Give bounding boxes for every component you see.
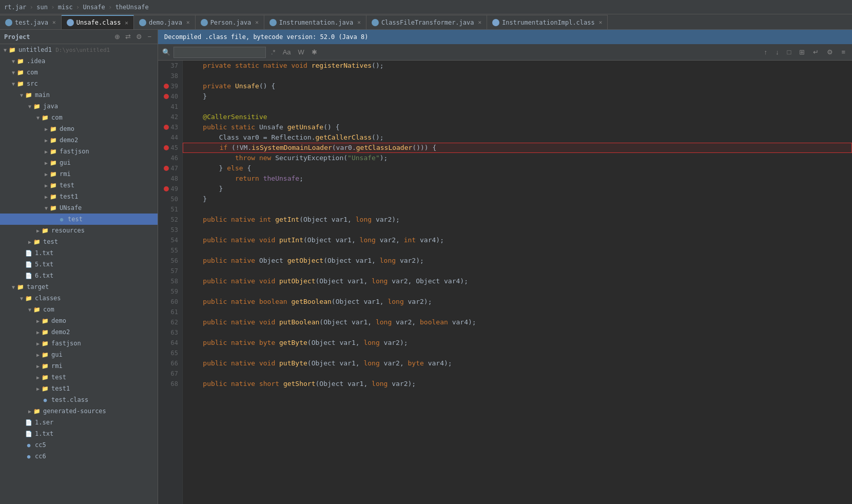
tree-item-com-classes[interactable]: ▼ 📁 com xyxy=(0,304,158,315)
tree-item-resources[interactable]: ▶ 📁 resources xyxy=(0,225,158,236)
title-jar: rt.jar xyxy=(4,4,26,11)
bp-area xyxy=(164,83,170,90)
tab-instrumentation-java[interactable]: Instrumentation.java ✕ xyxy=(264,15,366,29)
tree-item-generated-sources[interactable]: ▶ 📁 generated-sources xyxy=(0,405,158,417)
code-line-68: public native short getShort(Object var1… xyxy=(183,379,852,389)
ln-65: 65 xyxy=(158,348,182,358)
tree-item-idea[interactable]: ▼ 📁 .idea xyxy=(0,55,158,67)
tree-label: test xyxy=(43,238,58,245)
tree-item-test1[interactable]: ▶ 📁 test1 xyxy=(0,191,158,202)
asterisk-btn[interactable]: ✱ xyxy=(309,47,319,57)
word-btn[interactable]: W xyxy=(296,47,306,57)
folder-icon: 📁 xyxy=(41,362,49,370)
tree-item-main[interactable]: ▼ 📁 main xyxy=(0,89,158,101)
bp-area xyxy=(164,93,170,101)
tab-unsafe-class[interactable]: Unsafe.class ✕ xyxy=(62,15,134,29)
tree-label: demo2 xyxy=(51,328,70,336)
tree-arrow: ▶ xyxy=(27,409,33,414)
tree-item-src[interactable]: ▼ 📁 src xyxy=(0,78,158,89)
tab-close[interactable]: ✕ xyxy=(52,19,56,26)
settings-btn2[interactable]: ⚙ xyxy=(824,47,836,57)
folder-icon: 📁 xyxy=(49,125,57,133)
sidebar-split-btn[interactable]: ⇄ xyxy=(123,32,133,42)
code-editor[interactable]: 37 38 39 40 41 42 43 44 45 46 47 48 49 5… xyxy=(158,61,852,504)
tab-close[interactable]: ✕ xyxy=(186,19,190,26)
tab-close[interactable]: ✕ xyxy=(255,19,259,26)
tree-arrow: ▶ xyxy=(43,126,49,132)
tree-item-test1-target[interactable]: ▶ 📁 test1 xyxy=(0,383,158,394)
search-input[interactable] xyxy=(173,47,266,58)
next-btn[interactable]: ↓ xyxy=(773,47,782,57)
tree-item-com2[interactable]: ▼ 📁 com xyxy=(0,112,158,123)
bp-area xyxy=(164,124,170,131)
split-btn[interactable]: ⊞ xyxy=(797,47,807,57)
wrap-btn[interactable]: ↵ xyxy=(810,47,821,57)
tree-item-demo[interactable]: ▶ 📁 demo xyxy=(0,123,158,134)
ln-58: 58 xyxy=(158,276,182,286)
tree-item-untitled1[interactable]: ▼ 📁 untitled1 D:\yos\untitled1 xyxy=(0,44,158,55)
tree-item-demo2[interactable]: ▶ 📁 demo2 xyxy=(0,134,158,146)
tree-arrow: ▶ xyxy=(43,171,49,177)
tree-item-test-target[interactable]: ▶ 📁 test xyxy=(0,372,158,383)
filter-btn[interactable]: ≡ xyxy=(839,47,848,57)
tree-item-1txt[interactable]: 📄 1.txt xyxy=(0,247,158,259)
tree-item-5txt[interactable]: 📄 5.txt xyxy=(0,259,158,270)
sidebar-toolbar: ⊕ ⇄ ⚙ − xyxy=(112,32,153,42)
tree-item-unsafe[interactable]: ▼ 📁 UNsafe xyxy=(0,202,158,214)
tree-label: target xyxy=(27,283,49,290)
tab-instrumentationimpl-class[interactable]: InstrumentationImpl.class ✕ xyxy=(487,15,608,29)
tree-label: com xyxy=(51,114,63,121)
tab-classfiletransformer-java[interactable]: ClassFileTransformer.java ✕ xyxy=(366,15,487,29)
tree-item-fastjson-target[interactable]: ▶ 📁 fastjson xyxy=(0,338,158,349)
tree-label: demo2 xyxy=(60,137,78,144)
tree-label: 1.txt xyxy=(35,430,53,437)
tree-item-cc6[interactable]: ● cc6 xyxy=(0,451,158,462)
tree-item-1txt-target[interactable]: 📄 1.txt xyxy=(0,428,158,439)
folder-icon: 📁 xyxy=(49,181,57,189)
tab-test-java[interactable]: test.java ✕ xyxy=(0,15,62,29)
tree-item-rmi-target[interactable]: ▶ 📁 rmi xyxy=(0,360,158,372)
tree-arrow: ▶ xyxy=(35,352,41,358)
tree-item-test[interactable]: ▶ 📁 test xyxy=(0,180,158,191)
code-line-58: public native void putObject(Object var1… xyxy=(183,276,852,286)
tree-item-cc5[interactable]: ● cc5 xyxy=(0,439,158,451)
sidebar-globe-btn[interactable]: ⊕ xyxy=(112,32,122,42)
folder-icon: 📁 xyxy=(33,102,41,110)
tree-item-classes[interactable]: ▼ 📁 classes xyxy=(0,293,158,304)
matchcase-btn[interactable]: Aa xyxy=(281,47,293,57)
tab-icon-class xyxy=(67,19,74,26)
tree-item-1ser[interactable]: 📄 1.ser xyxy=(0,417,158,428)
tree-item-test-main[interactable]: ▶ 📁 test xyxy=(0,236,158,247)
tree-label: untitled1 D:\yos\untitled1 xyxy=(18,46,110,53)
tree-item-java[interactable]: ▼ 📁 java xyxy=(0,101,158,112)
tab-close[interactable]: ✕ xyxy=(478,19,482,26)
sidebar-settings-btn[interactable]: ⚙ xyxy=(134,32,144,42)
folder-icon: 📁 xyxy=(25,91,33,99)
tree-item-gui-target[interactable]: ▶ 📁 gui xyxy=(0,349,158,360)
tree-item-gui[interactable]: ▶ 📁 gui xyxy=(0,157,158,168)
tab-close[interactable]: ✕ xyxy=(357,19,361,26)
ln-39: 39 xyxy=(158,81,182,91)
tree-item-com1[interactable]: ▼ 📁 com xyxy=(0,67,158,78)
code-line-42: @CallerSensitive xyxy=(183,112,852,122)
tab-demo-java[interactable]: demo.java ✕ xyxy=(134,15,196,29)
tree-item-test-java[interactable]: ● test xyxy=(0,214,158,225)
tree-label: gui xyxy=(51,351,63,358)
tree-arrow: ▼ xyxy=(18,92,25,98)
expand-btn[interactable]: □ xyxy=(785,47,794,57)
tree-item-rmi[interactable]: ▶ 📁 rmi xyxy=(0,168,158,180)
tree-item-6txt[interactable]: 📄 6.txt xyxy=(0,270,158,281)
regex-btn[interactable]: .* xyxy=(269,47,278,57)
tab-icon-java xyxy=(372,19,379,26)
tab-icon-java xyxy=(201,19,208,26)
tree-item-fastjson[interactable]: ▶ 📁 fastjson xyxy=(0,146,158,157)
tree-item-test-class[interactable]: ● test.class xyxy=(0,394,158,405)
sidebar-minimize-btn[interactable]: − xyxy=(145,32,153,42)
tab-close[interactable]: ✕ xyxy=(599,19,603,26)
tab-close[interactable]: ✕ xyxy=(125,20,128,26)
tab-person-java[interactable]: Person.java ✕ xyxy=(196,15,264,29)
tree-item-target[interactable]: ▼ 📁 target xyxy=(0,281,158,293)
prev-btn[interactable]: ↑ xyxy=(762,47,770,57)
tree-item-demo2-target[interactable]: ▶ 📁 demo2 xyxy=(0,326,158,338)
tree-item-demo-target[interactable]: ▶ 📁 demo xyxy=(0,315,158,326)
